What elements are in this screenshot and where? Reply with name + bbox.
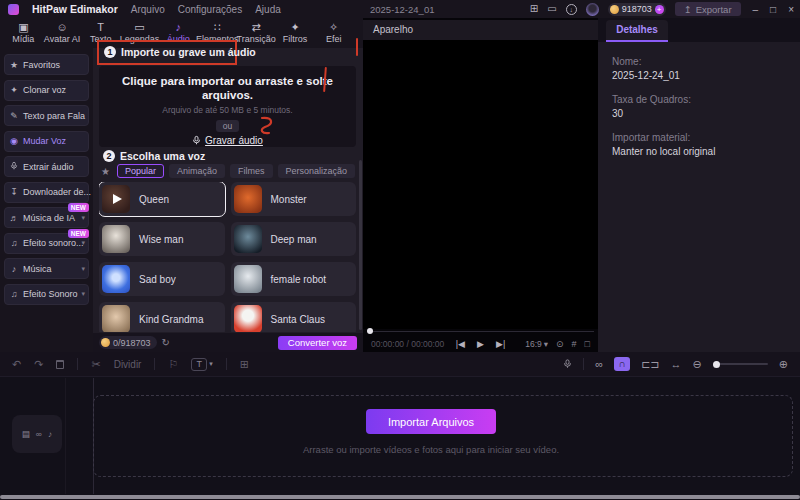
voice-card-sad-boy[interactable]: Sad boy — [99, 262, 225, 296]
zoom-in-icon[interactable]: ⊕ — [779, 358, 788, 371]
play-icon[interactable]: ▶ — [477, 339, 484, 349]
category-popular[interactable]: Popular — [117, 164, 164, 178]
field-value-nome: 2025-12-24_01 — [612, 70, 786, 81]
refresh-icon[interactable]: ↻ — [162, 337, 170, 348]
undo-icon[interactable]: ↶ — [12, 358, 21, 371]
audio-dropzone[interactable]: Clique para importar ou arraste e solte … — [99, 66, 356, 147]
marker-icon[interactable]: ⚐ — [168, 358, 178, 371]
category-personalizacao[interactable]: Personalização — [278, 164, 356, 178]
menu-ajuda[interactable]: Ajuda — [255, 4, 281, 15]
play-overlay[interactable] — [102, 185, 130, 213]
voice-card-kind-grandma[interactable]: Kind Grandma — [99, 302, 225, 332]
export-icon: ↥ — [684, 4, 692, 15]
next-frame-icon[interactable]: ▶| — [496, 339, 505, 349]
add-media-icon[interactable]: ⊞ — [240, 358, 249, 371]
step1-header: 1 Importe ou grave um áudio — [104, 46, 256, 58]
voice-card-female-robot[interactable]: female robot — [231, 262, 357, 296]
voice-name: Monster — [271, 194, 307, 205]
tab-avatar-ai[interactable]: ☺ Avatar AI — [43, 21, 82, 48]
annotation-red-stroke — [356, 38, 358, 56]
sidebar-item-efeito-sonoro-ai[interactable]: ♫ Efeito sonoro... NEW ▾ — [4, 233, 89, 254]
tab-filtros[interactable]: ✦ Filtros — [276, 21, 315, 48]
tab-transicao[interactable]: ⇄ Transição — [237, 21, 276, 48]
seek-handle[interactable] — [367, 328, 373, 334]
track-link-icon[interactable]: ∞ — [36, 429, 42, 439]
zoom-out-icon[interactable]: ⊖ — [693, 358, 702, 371]
previous-frame-icon[interactable]: |◀ — [456, 339, 465, 349]
voice-card-queen[interactable]: Queen — [99, 182, 225, 216]
zoom-slider-handle[interactable] — [713, 361, 720, 368]
fit-timeline-icon[interactable]: ↔ — [671, 358, 682, 370]
menu-arquivo[interactable]: Arquivo — [131, 4, 165, 15]
tab-efeitos[interactable]: ✧ Efei — [314, 21, 353, 48]
add-credits-icon[interactable]: + — [655, 5, 664, 14]
voice-name: Deep man — [271, 234, 317, 245]
split-label[interactable]: Dividir — [114, 359, 142, 370]
download-icon[interactable]: ↓ — [566, 4, 577, 15]
category-animacao[interactable]: Animação — [169, 164, 225, 178]
seek-bar[interactable] — [367, 331, 594, 332]
credits-badge[interactable]: 918703 + — [608, 3, 666, 16]
sidebar-item-musica[interactable]: ♪ Música ▾ — [4, 258, 89, 279]
feedback-icon[interactable]: ▭ — [547, 4, 556, 14]
aspect-ratio-select[interactable]: 16:9 ▾ — [525, 339, 548, 349]
favorites-star-icon[interactable]: ★ — [101, 166, 110, 177]
text-icon: T — [97, 21, 104, 34]
import-files-button[interactable]: Importar Arquivos — [366, 409, 496, 434]
maximize-button[interactable]: □ — [770, 4, 776, 15]
snapshot-icon[interactable]: ⊙ — [556, 339, 564, 349]
crop-grid-icon[interactable]: # — [572, 339, 577, 349]
voiceover-mic-icon[interactable] — [563, 358, 572, 370]
redo-icon[interactable]: ↷ — [34, 358, 43, 371]
voice-card-santa-claus[interactable]: Santa Claus — [231, 302, 357, 332]
sidebar-item-downloader[interactable]: ↧ Downloader de... — [4, 182, 89, 203]
video-viewport[interactable] — [363, 40, 598, 329]
vertical-scrollbar[interactable] — [359, 160, 362, 330]
track-cover-icon[interactable]: ▤ — [22, 429, 30, 439]
sfx-icon: ♫ — [9, 289, 19, 299]
dropzone-hint: Arquivo de até 50 MB e 5 minutos. — [99, 105, 356, 115]
sidebar-item-texto-para-fala[interactable]: ✎ Texto para Fala — [4, 105, 89, 126]
sidebar-item-efeito-sonoro[interactable]: ♫ Efeito Sonoro ▾ — [4, 284, 89, 305]
titlebar-right: ⊞ ▭ ↓ 918703 + ↥ Exportar – □ × — [530, 0, 794, 18]
trash-icon[interactable] — [56, 360, 64, 369]
add-text-dropdown[interactable]: T ▾ — [191, 358, 213, 371]
convert-voice-button[interactable]: Converter voz — [278, 336, 357, 350]
timeline-dropzone[interactable]: Importar Arquivos Arraste ou importe víd… — [93, 395, 793, 477]
record-audio-label: Gravar áudio — [205, 135, 263, 146]
track-volume-icon[interactable]: ♪ — [48, 429, 52, 439]
sidebar-item-favoritos[interactable]: ★ Favoritos — [4, 54, 89, 75]
link-clips-icon[interactable]: ∞ — [595, 358, 603, 370]
voice-panel-footer: 0/918703 ↻ Converter voz — [93, 333, 363, 352]
audio-sidebar: ★ Favoritos ✦ Clonar voz ✎ Texto para Fa… — [0, 48, 93, 352]
trim-handles-icon[interactable]: ⊏⊐ — [641, 358, 659, 371]
sidebar-item-musica-de-ia[interactable]: ♬ Música de IA NEW ▾ — [4, 207, 89, 228]
minimize-button[interactable]: – — [753, 4, 759, 15]
sidebar-item-clonar-voz[interactable]: ✦ Clonar voz — [4, 80, 89, 101]
filters-icon: ✦ — [290, 21, 299, 34]
record-audio-link[interactable]: Gravar áudio — [99, 135, 356, 146]
menu-configuracoes[interactable]: Configurações — [178, 4, 242, 15]
horizontal-scrollbar[interactable] — [0, 495, 800, 499]
snap-magnet-icon[interactable]: ∩ — [614, 357, 630, 371]
voice-card-monster[interactable]: Monster — [231, 182, 357, 216]
sidebar-item-extrair-audio[interactable]: Extrair áudio — [4, 156, 89, 177]
clone-voice-icon: ✦ — [9, 85, 19, 95]
timeline-zoom-slider[interactable] — [713, 363, 768, 365]
category-filmes[interactable]: Filmes — [230, 164, 273, 178]
or-label: ou — [216, 120, 239, 132]
scissors-icon[interactable]: ✂ — [91, 358, 100, 371]
tab-midia[interactable]: ▣ Mídia — [4, 21, 43, 48]
fullscreen-icon[interactable]: □ — [585, 339, 590, 349]
layout-icon[interactable]: ⊞ — [530, 4, 538, 14]
export-button[interactable]: ↥ Exportar — [675, 2, 741, 16]
voice-card-deep-man[interactable]: Deep man — [231, 222, 357, 256]
user-avatar[interactable] — [586, 3, 599, 16]
voice-grid: Queen Monster Wise man Deep man Sad boy … — [99, 182, 356, 332]
sidebar-item-label: Música de IA — [23, 213, 75, 223]
sidebar-item-mudar-voz[interactable]: ◉ Mudar Voz — [4, 131, 89, 152]
voice-card-wise-man[interactable]: Wise man — [99, 222, 225, 256]
tab-detalhes[interactable]: Detalhes — [606, 20, 668, 42]
step2-number: 2 — [103, 150, 115, 162]
close-button[interactable]: × — [788, 4, 794, 15]
